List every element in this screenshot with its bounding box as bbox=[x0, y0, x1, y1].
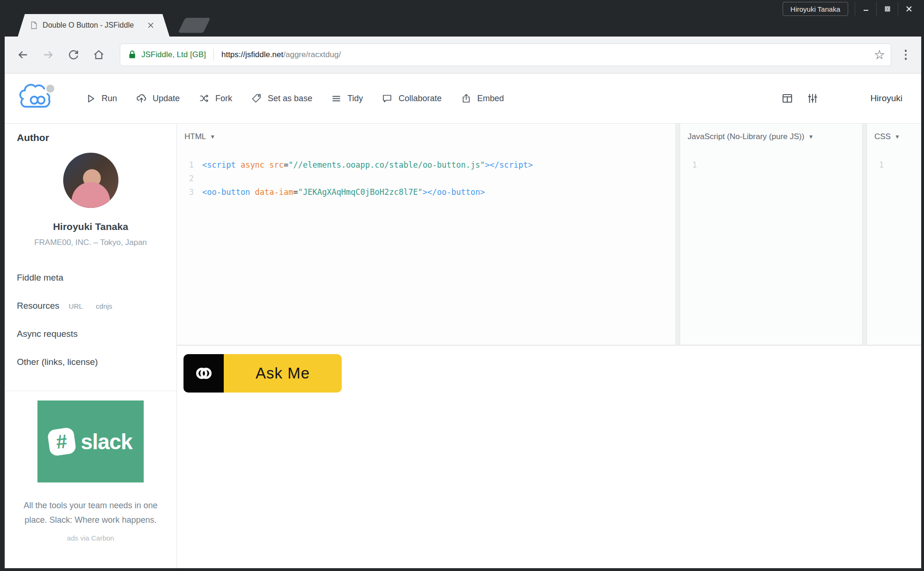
ask-me-label: Ask Me bbox=[224, 354, 342, 393]
css-panel-header[interactable]: CSS ▼ bbox=[867, 124, 921, 141]
minimize-button[interactable] bbox=[855, 2, 876, 16]
url-host: https://jsfiddle.net bbox=[221, 50, 283, 59]
home-icon[interactable] bbox=[92, 48, 106, 62]
page-content: Author Hiroyuki Tanaka FRAME00, INC. – T… bbox=[5, 123, 921, 568]
author-heading: Author bbox=[17, 132, 164, 143]
url-divider bbox=[213, 49, 214, 61]
user-avatar[interactable] bbox=[832, 86, 857, 111]
tidy-button[interactable]: Tidy bbox=[331, 93, 363, 104]
bookmark-star-icon[interactable]: ☆ bbox=[874, 49, 885, 61]
settings-sliders-icon[interactable] bbox=[807, 92, 819, 104]
sidebar-item-other[interactable]: Other (links, license) bbox=[17, 357, 164, 367]
slack-ad-image[interactable]: # slack bbox=[37, 400, 144, 482]
page-icon bbox=[30, 21, 38, 30]
browser-window: Double O Button - JSFiddle Hiroyuki Tana… bbox=[0, 0, 924, 571]
javascript-panel: JavaScript (No-Library (pure JS)) ▼ 1 bbox=[680, 124, 863, 345]
maximize-button[interactable] bbox=[876, 2, 898, 16]
certificate-name[interactable]: JSFiddle, Ltd [GB] bbox=[141, 50, 206, 59]
chevron-down-icon: ▼ bbox=[808, 133, 814, 140]
tidy-lines-icon bbox=[331, 93, 342, 104]
fork-icon bbox=[198, 93, 210, 104]
back-icon[interactable] bbox=[16, 48, 30, 62]
css-panel: CSS ▼ 1 bbox=[866, 124, 921, 345]
browser-titlebar: Double O Button - JSFiddle Hiroyuki Tana… bbox=[5, 0, 921, 37]
jsfiddle-logo bbox=[19, 83, 58, 114]
chevron-down-icon: ▼ bbox=[895, 133, 900, 140]
carbon-ad: # slack All the tools your team needs in… bbox=[17, 400, 164, 542]
run-icon bbox=[85, 93, 96, 104]
html-code-editor[interactable]: 1<script async src="//elements.ooapp.co/… bbox=[177, 158, 675, 199]
set-as-base-button[interactable]: Set as base bbox=[251, 93, 312, 104]
ad-headline[interactable]: All the tools your team needs in one pla… bbox=[21, 498, 161, 527]
lock-icon bbox=[128, 50, 137, 60]
tag-icon bbox=[251, 93, 262, 104]
update-button[interactable]: Update bbox=[136, 93, 180, 104]
browser-tab[interactable]: Double O Button - JSFiddle bbox=[18, 14, 169, 37]
address-bar: JSFiddle, Ltd [GB] https://jsfiddle.net … bbox=[5, 37, 921, 74]
slack-wordmark: slack bbox=[81, 429, 132, 454]
ad-attribution[interactable]: ads via Carbon bbox=[17, 534, 164, 542]
html-panel-header[interactable]: HTML ▼ bbox=[177, 124, 675, 141]
chrome-profile-button[interactable]: Hiroyuki Tanaka bbox=[783, 2, 848, 16]
sidebar-divider bbox=[5, 391, 176, 391]
author-name[interactable]: Hiroyuki Tanaka bbox=[17, 221, 164, 232]
reload-icon[interactable] bbox=[66, 48, 81, 62]
chat-bubble-icon bbox=[381, 93, 393, 104]
address-input[interactable]: JSFiddle, Ltd [GB] https://jsfiddle.net … bbox=[120, 44, 891, 66]
javascript-code-editor[interactable]: 1 bbox=[680, 158, 862, 172]
editor-area: HTML ▼ 1<script async src="//elements.oo… bbox=[177, 124, 921, 568]
close-button[interactable] bbox=[898, 2, 919, 16]
fork-button[interactable]: Fork bbox=[198, 93, 232, 104]
forward-icon[interactable] bbox=[41, 48, 55, 62]
avatar-photo bbox=[63, 153, 118, 208]
url-path: /aggre/racxtdug/ bbox=[283, 50, 341, 59]
editor-panels: HTML ▼ 1<script async src="//elements.oo… bbox=[177, 124, 921, 345]
jsfiddle-toolbar: Run Update Fork Set as ba bbox=[5, 74, 921, 123]
toolbar-actions: Run Update Fork Set as ba bbox=[85, 93, 504, 104]
run-button[interactable]: Run bbox=[85, 93, 117, 104]
resources-cdnjs-link[interactable]: cdnjs bbox=[96, 302, 112, 310]
tab-title: Double O Button - JSFiddle bbox=[43, 21, 145, 30]
collaborate-button[interactable]: Collaborate bbox=[381, 93, 441, 104]
layout-icon[interactable] bbox=[781, 92, 793, 104]
new-tab-button[interactable] bbox=[178, 18, 211, 33]
html-panel: HTML ▼ 1<script async src="//elements.oo… bbox=[177, 124, 676, 345]
author-avatar bbox=[63, 153, 118, 208]
update-cloud-icon bbox=[136, 93, 147, 104]
user-name[interactable]: Hiroyuki bbox=[870, 93, 902, 104]
result-panel: Ask Me bbox=[177, 345, 921, 568]
author-organization: FRAME00, INC. – Tokyo, Japan bbox=[17, 238, 164, 247]
sidebar-item-async-requests[interactable]: Async requests bbox=[17, 329, 164, 339]
double-o-logo-icon bbox=[183, 354, 224, 393]
toolbar-right-group: Hiroyuki bbox=[781, 86, 902, 111]
resources-url-link[interactable]: URL bbox=[69, 302, 83, 310]
ask-me-button[interactable]: Ask Me bbox=[183, 354, 342, 393]
sidebar-item-resources[interactable]: Resources URL cdnjs bbox=[17, 301, 164, 311]
css-code-editor[interactable]: 1 bbox=[867, 158, 921, 172]
slack-logo-icon: # bbox=[47, 427, 77, 456]
sidebar-item-fiddle-meta[interactable]: Fiddle meta bbox=[17, 273, 164, 283]
tab-title-fade bbox=[154, 14, 169, 37]
sidebar: Author Hiroyuki Tanaka FRAME00, INC. – T… bbox=[5, 124, 177, 568]
share-icon bbox=[461, 93, 472, 104]
javascript-panel-header[interactable]: JavaScript (No-Library (pure JS)) ▼ bbox=[680, 124, 862, 141]
browser-menu-icon[interactable] bbox=[899, 50, 913, 60]
chevron-down-icon: ▼ bbox=[210, 133, 215, 140]
embed-button[interactable]: Embed bbox=[461, 93, 504, 104]
